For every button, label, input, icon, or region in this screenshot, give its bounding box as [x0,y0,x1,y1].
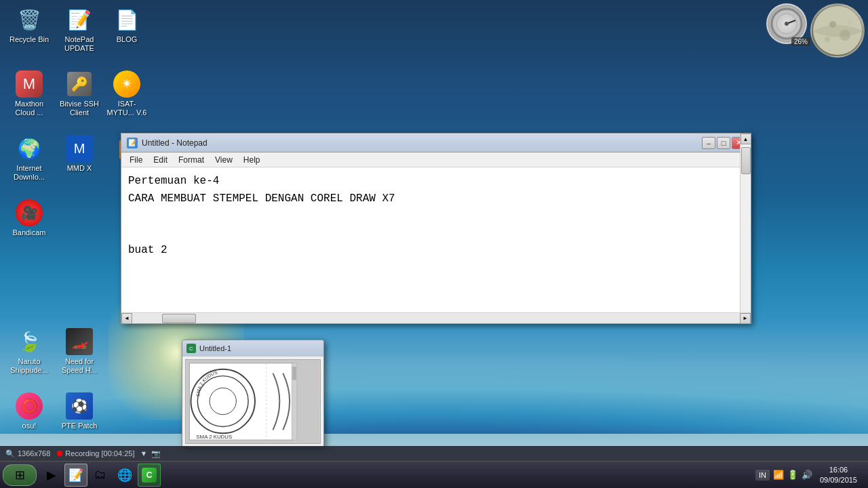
coreldraw-canvas: SMA 2 KUDUS SMA 2 KUDUS [186,360,320,443]
volume-tray-icon[interactable]: 🔊 [802,470,812,480]
blog-icon: 📄 [113,6,140,33]
desktop-icon-nfs[interactable]: 🏎️ Need for Speed H... [56,325,103,378]
language-indicator[interactable]: IN [755,470,770,481]
desktop: 🗑️ Recycle Bin 📝 NotePad UPDATE 📄 BLOG M… [0,0,868,488]
mmdx-icon: M [66,135,93,162]
clock-date: 09/09/2015 [820,475,857,485]
notepad-menu-file[interactable]: File [124,154,148,166]
recycle-bin-icon: 🗑️ [16,6,43,33]
recording-indicator [57,451,62,456]
resolution-text: 1366x768 [18,449,50,458]
naruto-icon: 🍃 [16,328,43,355]
notepad-title: Untitled - Notepad [142,138,701,148]
system-tray: IN 📶 🔋 🔊 16:06 09/09/2015 [751,465,865,485]
notepad-update-icon: 📝 [66,6,93,33]
notepad-menubar: File Edit Format View Help [121,152,751,167]
isat-label: ISAT-MYTU... V.6 [106,100,148,117]
coreldraw-thumbnail: SMA 2 KUDUS SMA 2 KUDUS [185,359,321,444]
taskbar-ie-button[interactable]: 🌐 [113,464,136,487]
bandicam-label: Bandicam [13,228,46,237]
notepad-update-label: NotePad UPDATE [58,35,100,53]
magnifier-icon: 🔍 [5,449,15,458]
nfs-icon: 🏎️ [66,328,93,355]
svg-point-7 [825,37,830,42]
notepad-content-area[interactable]: Pertemuan ke-4 CARA MEMBUAT STEMPEL DENG… [121,167,751,312]
moon-widget [810,3,865,58]
taskbar: ⊞ ▶ 📝 🗂 🌐 C IN 📶 🔋 🔊 16:06 09/09/2015 [0,461,868,488]
dropdown-arrow[interactable]: ▼ [140,449,147,458]
ptepatch-label: PTE Patch [62,422,98,430]
isat-icon: ✴ [113,70,140,98]
notepad-menu-edit[interactable]: Edit [148,154,173,166]
taskbar-folder-button[interactable]: 🗂 [89,464,112,487]
desktop-icon-notepad-update[interactable]: 📝 NotePad UPDATE [56,3,103,56]
nfs-label: Need for Speed H... [58,357,100,375]
svg-point-8 [848,20,852,24]
scroll-right-button[interactable]: ► [740,313,751,324]
recycle-bin-label: Recycle Bin [9,35,49,44]
internet-icon: 🌍 [16,135,43,162]
bandicam-icon: 🎥 [16,199,43,226]
system-clock[interactable]: 16:06 09/09/2015 [816,465,861,485]
bitvise-icon: 🔑 [66,70,93,98]
mmdx-label: MMD X [67,164,92,173]
notepad-titlebar[interactable]: 📝 Untitled - Notepad – □ ✕ [121,134,751,152]
desktop-icon-maxthon[interactable]: M Maxthon Cloud ... [5,68,53,120]
internet-label: Internet Downlo... [8,164,50,182]
resolution-display: 🔍 1366x768 [5,449,50,458]
maxthon-label: Maxthon Cloud ... [8,100,50,117]
taskbar-corel-button[interactable]: C [138,464,161,487]
notepad-menu-format[interactable]: Format [173,154,210,166]
notepad-text: Pertemuan ke-4 CARA MEMBUAT STEMPEL DENG… [128,173,738,260]
svg-text:SMA 2 KUDUS: SMA 2 KUDUS [196,434,232,440]
desktop-icon-osu[interactable]: ⭕ osu! [5,390,53,433]
scroll-left-button[interactable]: ◄ [121,313,132,324]
start-button[interactable]: ⊞ [3,464,37,486]
recording-text: Recording [00:04:25] [65,449,134,458]
desktop-icon-bandicam[interactable]: 🎥 Bandicam [5,197,53,240]
desktop-icon-bitvise[interactable]: 🔑 Bitvise SSH Client [56,68,103,120]
naruto-label: Naruto Shippude... [8,357,50,375]
network-tray-icon[interactable]: 📶 [773,470,784,480]
desktop-icon-mmdx[interactable]: M MMD X [56,132,103,176]
desktop-icon-naruto[interactable]: 🍃 Naruto Shippude... [5,325,53,378]
notepad-minimize-button[interactable]: – [702,137,715,149]
taskbar-notepad-button[interactable]: 📝 [64,464,87,487]
desktop-icon-isat[interactable]: ✴ ISAT-MYTU... V.6 [103,68,151,120]
windows-logo-icon: ⊞ [15,468,25,483]
svg-point-3 [785,22,789,26]
desktop-icon-internet[interactable]: 🌍 Internet Downlo... [5,132,53,184]
recording-display: Recording [00:04:25] [57,449,134,458]
notepad-window: 📝 Untitled - Notepad – □ ✕ File Edit For… [121,133,751,324]
notepad-menu-help[interactable]: Help [238,154,266,166]
blog-label: BLOG [117,35,138,44]
bitvise-label: Bitvise SSH Client [58,100,100,117]
ptepatch-icon: ⚽ [66,392,93,420]
camera-icon[interactable]: 📷 [151,449,161,458]
desktop-icon-ptepatch[interactable]: ⚽ PTE Patch [56,390,103,433]
taskbar-media-button[interactable]: ▶ [40,464,63,487]
desktop-icon-blog[interactable]: 📄 BLOG [103,3,151,47]
osu-label: osu! [22,422,37,430]
scroll-h-thumb[interactable] [162,314,196,323]
coreldraw-popup[interactable]: C Untitled-1 [182,340,324,447]
scroll-h-track[interactable] [132,314,751,323]
coreldraw-app-icon: C [186,344,196,353]
notepad-horizontal-scrollbar[interactable]: ◄ ► [121,312,751,323]
notepad-vertical-scrollbar[interactable]: ▲ ▼ [740,167,751,312]
osu-icon: ⭕ [16,392,43,420]
scroll-thumb[interactable] [741,167,751,174]
desktop-icon-recycle-bin[interactable]: 🗑️ Recycle Bin [5,3,53,47]
notepad-maximize-button[interactable]: □ [717,137,730,149]
recording-status-bar: 🔍 1366x768 Recording [00:04:25] ▼ 📷 [0,446,868,461]
coreldraw-popup-title: Untitled-1 [199,344,231,352]
notepad-menu-view[interactable]: View [210,154,238,166]
notepad-app-icon: 📝 [127,138,138,148]
coreldraw-popup-titlebar[interactable]: C Untitled-1 [182,340,323,357]
clock-time: 16:06 [820,465,857,474]
maxthon-icon: M [16,70,43,98]
percentage-badge: 26% [791,37,810,46]
svg-rect-18 [292,367,296,380]
battery-tray-icon[interactable]: 🔋 [787,470,798,480]
